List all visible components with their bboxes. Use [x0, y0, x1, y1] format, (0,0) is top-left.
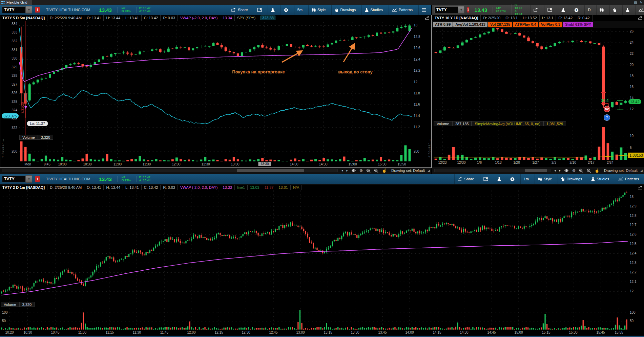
- menu-icon-button[interactable]: [418, 5, 429, 15]
- y-axis-label: 324: [12, 108, 17, 112]
- panel3-header: TVTY▼1TIVITY HEALTH INC COM13.43+42+3.23…: [0, 174, 644, 184]
- zoom-out-button[interactable]: [585, 168, 593, 173]
- style-button[interactable]: Style: [535, 174, 555, 184]
- alert-badge[interactable]: 1: [467, 7, 469, 13]
- horizontal-scrollbar[interactable]: [434, 169, 550, 172]
- step-forward-button[interactable]: ▸: [557, 169, 562, 172]
- time-axis[interactable]: 10:2010:3010:4511:0011:1511:3011:4512:00…: [1, 330, 628, 335]
- drawings-button[interactable]: Drawings: [558, 174, 585, 184]
- hand-tool-button[interactable]: ☝: [593, 168, 601, 173]
- time-axis-label: 14:30: [319, 162, 327, 166]
- right-price-axis[interactable]: 1312.912.812.712.612.512.412.312.212.112…: [628, 190, 644, 336]
- study-badge: ATRPlay 0.4: [513, 22, 538, 27]
- drawing-set-label[interactable]: Drawing set: Default: [389, 168, 428, 173]
- time-axis[interactable]: Mon9:4510:0010:3011:0011:3012:0012:3013:…: [19, 161, 412, 167]
- alert-badge[interactable]: 1: [35, 7, 40, 13]
- scrollbar-thumb[interactable]: [237, 169, 304, 172]
- share-button[interactable]: Share: [454, 174, 477, 184]
- step-forward-button[interactable]: ▸: [345, 169, 350, 172]
- news-icon-button[interactable]: i: [480, 174, 491, 184]
- time-axis-label: 15:30: [378, 162, 386, 166]
- panel2-chart-area[interactable]: 12/2312/301/61/131/201/272/32/102/172/24…: [432, 28, 644, 167]
- volume-chip: 1,081,529: [543, 121, 566, 126]
- annotation-buy-label[interactable]: Покупка на проторговке: [232, 69, 285, 74]
- drawings-button[interactable]: Drawings: [331, 5, 359, 15]
- volume-plot[interactable]: [1, 307, 628, 330]
- beaker-icon-button[interactable]: [268, 5, 278, 15]
- company-name: TIVITY HEALTH INC COM: [43, 8, 94, 12]
- gear-icon-button[interactable]: [571, 5, 582, 15]
- share-button[interactable]: [530, 5, 541, 15]
- beaker-icon-button[interactable]: [494, 174, 504, 184]
- gear-icon-button[interactable]: [281, 5, 291, 15]
- time-axis-label: 15:45: [596, 331, 605, 334]
- drawing-set-label[interactable]: Drawing set: Default: [601, 168, 640, 173]
- beaker-icon-button[interactable]: [622, 5, 632, 15]
- step-back-button[interactable]: ◂: [553, 169, 558, 172]
- flask-icon: [271, 8, 275, 12]
- expand-chart-icon[interactable]: [638, 15, 644, 21]
- patterns-button[interactable]: Patterns: [389, 5, 416, 15]
- price-plot[interactable]: [1, 190, 628, 302]
- alert-badge[interactable]: 1: [35, 176, 40, 182]
- beaker-icon-button[interactable]: Studies: [361, 5, 386, 15]
- window-icon[interactable]: ✎: [640, 1, 643, 4]
- grid-icon: [1, 1, 5, 4]
- symbol-dropdown-button[interactable]: ▼: [458, 6, 464, 14]
- window-icon[interactable]: ▤: [634, 1, 637, 4]
- patterns-button[interactable]: Patterns: [615, 174, 642, 184]
- volume-axis-label: 10: [630, 134, 633, 138]
- volume-plot[interactable]: [19, 140, 412, 161]
- symbol-input[interactable]: TVTY: [2, 6, 26, 13]
- annotation-stop-label[interactable]: выход по стопу: [338, 69, 373, 74]
- expand-chart-icon[interactable]: [425, 15, 431, 21]
- window-icons[interactable]: ▤✎: [634, 0, 643, 5]
- zoom-out-button[interactable]: [372, 168, 380, 173]
- drawings-button[interactable]: [609, 5, 620, 15]
- scrollbar-thumb[interactable]: [525, 169, 547, 172]
- plot-area[interactable]: 1005010:2010:3010:4511:0011:1511:3011:45…: [1, 190, 628, 336]
- patterns-button[interactable]: [635, 5, 644, 15]
- share-button[interactable]: Share: [228, 5, 251, 15]
- crosshair-icon-button[interactable]: ⊕: [570, 168, 577, 173]
- gear-icon-button[interactable]: [507, 174, 518, 184]
- zoom-in-button[interactable]: [365, 168, 372, 173]
- plot-area[interactable]: Mon9:4510:0010:3011:0011:3012:0012:3013:…: [19, 21, 412, 167]
- symbol-input[interactable]: TVTY: [2, 176, 26, 182]
- panel2-study-badges: ATR 0.99AvgVol 1,103,413Vol 287,135ATRPl…: [432, 21, 644, 28]
- crosshair-icon-button[interactable]: ⊕: [358, 168, 365, 173]
- horizontal-scrollbar[interactable]: [2, 169, 338, 172]
- panel3-chart-area[interactable]: 1005010:2010:3010:4511:0011:1511:3011:45…: [0, 190, 644, 336]
- volume-plot[interactable]: [434, 126, 628, 160]
- idea-icon[interactable]: ?: [604, 114, 610, 121]
- timeframe-button[interactable]: D: [584, 5, 594, 15]
- symbol-dropdown-button[interactable]: ▼: [26, 175, 32, 183]
- beaker-icon-button[interactable]: [558, 5, 568, 15]
- flexible-grid-tab[interactable]: Flexible Grid: [0, 0, 32, 5]
- news-icon-button[interactable]: i: [254, 5, 265, 15]
- style-button[interactable]: Style: [308, 5, 329, 15]
- price-plot[interactable]: [434, 28, 628, 121]
- zoom-in-button[interactable]: [577, 168, 585, 173]
- news-icon-button[interactable]: i: [544, 5, 555, 15]
- ohlc-field: R: 0.03: [161, 15, 178, 21]
- hand-tool-button[interactable]: ☝: [380, 168, 389, 173]
- plot-area[interactable]: 12/2312/301/61/131/201/272/32/102/172/24…: [434, 28, 628, 167]
- pan-icon-button[interactable]: [350, 169, 358, 172]
- symbol-dropdown-button[interactable]: ▼: [26, 6, 32, 14]
- timeframe-button[interactable]: 5m: [294, 5, 306, 15]
- toolbar-label: D: [588, 8, 590, 12]
- earnings-phone-icon[interactable]: ☎: [604, 106, 610, 112]
- style-button[interactable]: [596, 5, 607, 15]
- time-axis[interactable]: 12/2312/301/61/131/201/272/32/102/172/24: [434, 160, 628, 165]
- timeframe-button[interactable]: 1m: [520, 174, 532, 184]
- expand-chart-icon[interactable]: [638, 185, 644, 190]
- right-price-axis[interactable]: 262422201816141210513.421.08153: [628, 28, 644, 167]
- symbol-input[interactable]: TVTY: [434, 6, 458, 13]
- step-back-button[interactable]: ◂: [340, 169, 345, 172]
- beaker-icon-button[interactable]: Studies: [588, 174, 612, 184]
- panel1-chart-area[interactable]: 3343333323313303293283273263253243233222…: [0, 21, 431, 167]
- time-axis-label: 10:30: [83, 162, 91, 166]
- pan-icon-button[interactable]: [562, 169, 570, 172]
- y-axis-label: 322: [12, 126, 17, 130]
